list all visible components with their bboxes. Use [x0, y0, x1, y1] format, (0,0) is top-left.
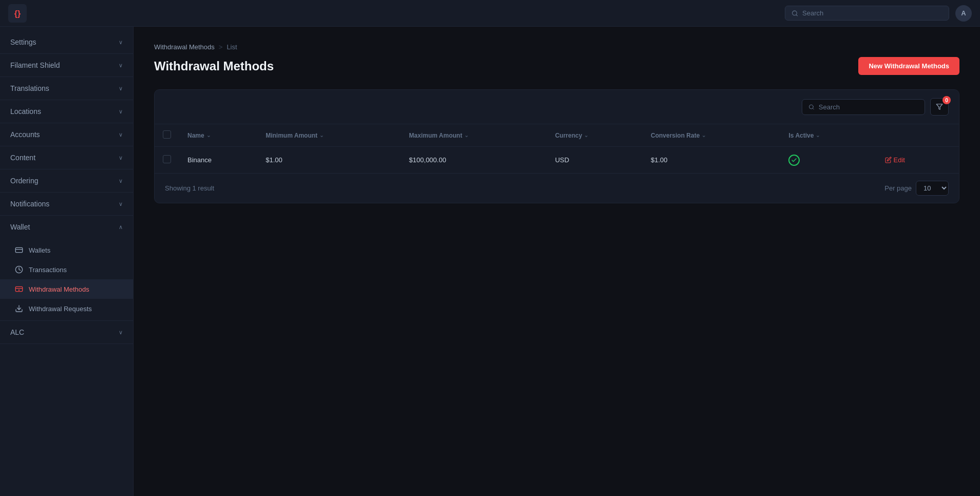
withdrawal-requests-icon	[14, 304, 24, 313]
cell-max-amount: $100,000.00	[401, 147, 546, 174]
sidebar-group-header-content[interactable]: Content∨	[0, 146, 133, 169]
sidebar-group-label-notifications: Notifications	[10, 200, 49, 208]
sort-max-icon: ⌄	[464, 132, 468, 138]
svg-marker-13	[936, 104, 943, 110]
select-all-checkbox[interactable]	[163, 130, 171, 139]
sidebar-item-withdrawal-requests[interactable]: Withdrawal Requests	[0, 299, 133, 318]
chevron-ordering-icon: ∨	[119, 178, 123, 184]
sidebar-group-accounts: Accounts∨	[0, 123, 133, 146]
global-search-input[interactable]	[802, 9, 943, 17]
svg-text:{}: {}	[14, 9, 21, 18]
layout: Settings∨Filament Shield∨Translations∨Lo…	[0, 27, 980, 496]
sidebar-item-wallets[interactable]: Wallets	[0, 240, 133, 260]
cell-conversion-rate: $1.00	[643, 147, 781, 174]
row-checkbox[interactable]	[163, 155, 171, 163]
sidebar-group-header-notifications[interactable]: Notifications∨	[0, 193, 133, 215]
svg-line-3	[796, 14, 797, 15]
filter-badge: 0	[943, 96, 951, 104]
page-header: Withdrawal Methods New Withdrawal Method…	[154, 57, 959, 75]
transaction-icon	[14, 265, 24, 274]
cell-is-active	[780, 147, 872, 174]
chevron-accounts-icon: ∨	[119, 131, 123, 138]
col-max-amount[interactable]: Maximum Amount ⌄	[401, 124, 546, 147]
sidebar-item-transactions[interactable]: Transactions	[0, 260, 133, 279]
topnav-right: A	[785, 5, 972, 22]
per-page-select[interactable]: 102550100	[916, 181, 949, 196]
sort-currency-icon: ⌄	[584, 132, 588, 138]
chevron-locations-icon: ∨	[119, 108, 123, 115]
sidebar-group-alc: ALC∨	[0, 321, 133, 344]
sidebar-group-header-wallet[interactable]: Wallet∧	[0, 216, 133, 238]
cell-currency: USD	[547, 147, 643, 174]
sidebar-item-label-withdrawal-methods: Withdrawal Methods	[29, 285, 89, 293]
sidebar-group-locations: Locations∨	[0, 100, 133, 123]
col-is-active[interactable]: Is Active ⌄	[780, 124, 872, 147]
table-search[interactable]	[802, 99, 925, 115]
sidebar-group-translations: Translations∨	[0, 77, 133, 100]
sidebar-group-label-settings: Settings	[10, 38, 36, 46]
sidebar-item-label-wallets: Wallets	[29, 246, 50, 254]
sidebar-item-withdrawal-methods[interactable]: Withdrawal Methods	[0, 279, 133, 299]
new-withdrawal-method-button[interactable]: New Withdrawal Methods	[858, 57, 959, 75]
topnav: {} A	[0, 0, 980, 27]
search-icon	[791, 10, 798, 17]
per-page-label: Per page	[884, 184, 912, 192]
cell-actions: Edit	[873, 147, 959, 174]
sort-name-icon: ⌄	[206, 132, 211, 138]
chevron-content-icon: ∨	[119, 155, 123, 161]
breadcrumb-parent[interactable]: Withdrawal Methods	[154, 43, 215, 51]
logo: {}	[8, 4, 27, 23]
col-name[interactable]: Name ⌄	[179, 124, 257, 147]
sidebar-group-label-translations: Translations	[10, 84, 49, 92]
sidebar-group-label-accounts: Accounts	[10, 130, 40, 139]
sort-conversion-icon: ⌄	[702, 132, 706, 138]
sidebar-group-header-translations[interactable]: Translations∨	[0, 77, 133, 100]
table-search-icon	[808, 104, 815, 110]
sidebar-group-label-filament-shield: Filament Shield	[10, 61, 60, 69]
sidebar-group-header-filament-shield[interactable]: Filament Shield∨	[0, 54, 133, 77]
cell-checkbox[interactable]	[155, 147, 179, 174]
sidebar-item-label-transactions: Transactions	[29, 266, 67, 274]
sidebar-group-notifications: Notifications∨	[0, 193, 133, 216]
filter-icon	[936, 103, 943, 110]
edit-icon	[885, 157, 892, 163]
table-toolbar: 0	[155, 90, 959, 124]
table-footer: Showing 1 result Per page 102550100	[155, 173, 959, 203]
table-head-row: Name ⌄ Minimum Amount ⌄	[155, 124, 959, 147]
table-head: Name ⌄ Minimum Amount ⌄	[155, 124, 959, 147]
sidebar-items-wallet: WalletsTransactionsWithdrawal MethodsWit…	[0, 238, 133, 320]
chevron-alc-icon: ∨	[119, 329, 123, 336]
chevron-translations-icon: ∨	[119, 85, 123, 92]
sidebar-group-label-wallet: Wallet	[10, 223, 30, 231]
sidebar-group-label-locations: Locations	[10, 107, 41, 116]
svg-line-12	[813, 108, 814, 109]
svg-rect-4	[15, 247, 22, 252]
withdrawal-methods-icon	[14, 284, 24, 294]
avatar[interactable]: A	[955, 5, 972, 22]
logo-icon: {}	[8, 4, 27, 23]
sidebar: Settings∨Filament Shield∨Translations∨Lo…	[0, 27, 134, 496]
sidebar-group-header-accounts[interactable]: Accounts∨	[0, 123, 133, 146]
sidebar-group-header-locations[interactable]: Locations∨	[0, 100, 133, 123]
sidebar-group-settings: Settings∨	[0, 31, 133, 54]
breadcrumb: Withdrawal Methods > List	[154, 43, 959, 51]
col-min-amount[interactable]: Minimum Amount ⌄	[257, 124, 401, 147]
col-currency[interactable]: Currency ⌄	[547, 124, 643, 147]
sidebar-group-header-settings[interactable]: Settings∨	[0, 31, 133, 53]
breadcrumb-current: List	[227, 43, 237, 51]
sidebar-group-header-ordering[interactable]: Ordering∨	[0, 169, 133, 192]
sidebar-group-filament-shield: Filament Shield∨	[0, 54, 133, 77]
sidebar-group-content: Content∨	[0, 146, 133, 169]
page-title: Withdrawal Methods	[154, 59, 274, 73]
table-search-input[interactable]	[819, 103, 918, 111]
sidebar-group-label-ordering: Ordering	[10, 177, 38, 185]
breadcrumb-separator: >	[219, 43, 223, 51]
table-row: Binance $1.00 $100,000.00 USD $1.00 Edit	[155, 147, 959, 174]
sidebar-group-header-alc[interactable]: ALC∨	[0, 321, 133, 344]
col-conversion-rate[interactable]: Conversion Rate ⌄	[643, 124, 781, 147]
col-checkbox	[155, 124, 179, 147]
filter-button[interactable]: 0	[930, 98, 949, 116]
global-search[interactable]	[785, 6, 949, 21]
table-body: Binance $1.00 $100,000.00 USD $1.00 Edit	[155, 147, 959, 174]
edit-button[interactable]: Edit	[881, 154, 909, 166]
